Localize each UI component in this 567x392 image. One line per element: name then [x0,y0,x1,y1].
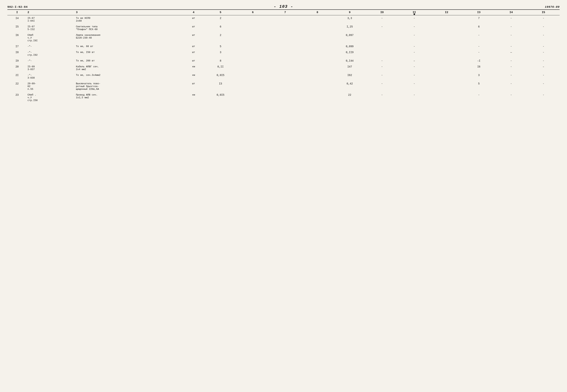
cell-8-6 [237,72,269,81]
cell-6-12 [430,58,463,64]
cell-4-4: шт [183,43,204,49]
cell-6-8 [301,58,334,64]
cell-4-13: - [463,43,495,49]
cell-7-10: - [366,64,398,72]
table-row: I9-"-То же, 200 втшт80,I44-––I-- [7,58,560,64]
cell-6-5: 8 [204,58,237,64]
table-row: 23СНиП . ч.У стр.I50Провод АПВ сеч. 1x2,… [7,92,560,103]
cell-7-8 [301,64,334,72]
cell-1-11: - [398,15,430,24]
column-headers: I 2 3 4 5 6 7 8 9 IO II I2 I3 I4 I5 [7,10,560,15]
table-row: 2229-09- 02 п.55Выключатель пово- ротный… [7,81,560,92]
cell-6-7 [269,58,301,64]
cell-4-5: 5 [204,43,237,49]
cell-6-15: - [527,58,560,64]
cell-4-9: 0,099 [334,43,366,49]
cell-8-10: - [366,72,398,81]
cell-3-3: Лампа накаливания Б220-230-40 [75,32,183,43]
cell-8-14: - [495,72,527,81]
cell-8-5: 0,0I5 [204,72,237,81]
col-header-6: 6 [237,10,269,15]
cell-3-8 [301,32,334,43]
cell-3-4: шт [183,32,204,43]
cell-4-10 [366,43,398,49]
cell-2-9: I,25 [334,24,366,32]
cell-9-4: шт [183,81,204,92]
cell-9-2: 29-09- 02 п.55 [27,81,75,92]
cell-7-6 [237,64,269,72]
cell-9-9: 0,42 [334,81,366,92]
cell-10-7 [269,92,301,103]
cell-9-12 [430,81,463,92]
cell-3-5: 2 [204,32,237,43]
cell-2-3: Светильник типа "Плафон" ПСХ-60 [75,24,183,32]
cell-10-4: км [183,92,204,103]
cell-5-13: - [463,49,495,58]
cell-2-15: - [527,24,560,32]
cell-10-15: - [527,92,560,103]
cell-8-3: То же, сеч.3x4мм2 [75,72,183,81]
cell-3-7 [269,32,301,43]
cell-1-2: I5-07 I-04I [27,15,75,24]
col-header-3: 3 [75,10,183,15]
cell-10-13: - [463,92,495,103]
cell-8-9: I82 [334,72,366,81]
cell-5-5: 3 [204,49,237,58]
col-header-12: I2 [430,10,463,15]
cell-10-1: 23 [7,92,27,103]
cell-4-6 [237,43,269,49]
cell-4-7 [269,43,301,49]
cell-8-7 [269,72,301,81]
cell-1-4: шт [183,15,204,24]
col-header-9: 9 [334,10,366,15]
doc-number-right: 19976-89 [545,6,560,9]
cell-2-1: I5 [7,24,27,32]
table-row: 2I-"- 3-038То же, сеч.3x4мм2км0,0I5I82--… [7,72,560,81]
cell-10-6 [237,92,269,103]
table-row: I5I5-07 5-I32Светильник типа "Плафон" ПС… [7,24,560,32]
cell-3-14: - [495,32,527,43]
cell-3-2: СНиП ч.У стр.I9I [27,32,75,43]
cell-10-9: 22 [334,92,366,103]
cell-5-7 [269,49,301,58]
table-row: I6СНиП ч.У стр.I9IЛампа накаливания Б220… [7,32,560,43]
cell-10-10: - [366,92,398,103]
cell-5-6 [237,49,269,58]
col-header-1: I [7,10,27,15]
cell-4-3: То же, 60 вт [75,43,183,49]
cell-1-6 [237,15,269,24]
cell-1-9: 3,3 [334,15,366,24]
cell-10-14: - [495,92,527,103]
cell-1-1: I4 [7,15,27,24]
cell-3-9: 0,097 [334,32,366,43]
cell-7-14: - [495,64,527,72]
main-table: I 2 3 4 5 6 7 8 9 IO II I2 I3 I4 I5 I4I5… [7,9,560,103]
cell-2-4: шт [183,24,204,32]
cell-8-15: - [527,72,560,81]
cell-8-13: 3 [463,72,495,81]
col-header-8: 8 [301,10,334,15]
cell-7-2: I5-09 3-037 [27,64,75,72]
cell-2-14: - [495,24,527,32]
cell-7-3: Кабель АПВГ сеч. 2x4 мм2 [75,64,183,72]
cell-5-10 [366,49,398,58]
table-row: 20I5-09 3-037Кабель АПВГ сеч. 2x4 мм2км0… [7,64,560,72]
cell-9-8 [301,81,334,92]
cell-4-8 [301,43,334,49]
cell-4-11: - [398,43,430,49]
cell-5-9: 0,II9 [334,49,366,58]
cell-7-12 [430,64,463,72]
cell-9-14: - [495,81,527,92]
cell-10-5: 0,0I5 [204,92,237,103]
cell-10-2: СНиП . ч.У стр.I50 [27,92,75,103]
cell-2-13: 6 [463,24,495,32]
cell-2-8 [301,24,334,32]
cell-9-1: 22 [7,81,27,92]
cell-4-14: - [495,43,527,49]
col-header-5: 5 [204,10,237,15]
cell-1-10: - [366,15,398,24]
cell-10-8 [301,92,334,103]
cell-1-15: - [527,15,560,24]
cell-1-14: - [495,15,527,24]
cell-1-7 [269,15,301,24]
